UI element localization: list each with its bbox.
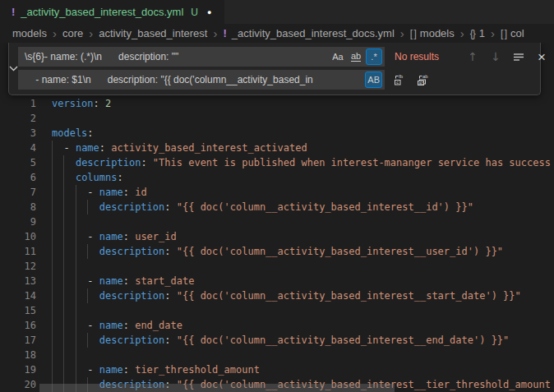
indent-guide — [76, 318, 76, 333]
find-results-status: No results — [395, 51, 459, 62]
arrow-up-icon: ↑ — [468, 50, 478, 63]
code-line: 18 — [0, 348, 554, 362]
code-line: 15 — [0, 303, 554, 318]
line-number[interactable]: 11 — [0, 244, 36, 259]
indent-guide — [63, 303, 64, 318]
match-case-button[interactable]: Aa — [330, 48, 346, 65]
indent-guide — [52, 303, 53, 318]
code-line-content[interactable]: description: "{{ doc('column__activity_b… — [52, 244, 554, 259]
preserve-case-button[interactable]: AB — [365, 71, 382, 88]
tab-active[interactable]: ! _activity_based_interest_docs.yml U ● — [0, 0, 224, 24]
find-widget: \s{6}- name: (.*)\n description: "" Aa a… — [8, 43, 541, 95]
indent-guide — [52, 244, 53, 259]
line-number[interactable]: 15 — [0, 303, 36, 318]
indent-guide — [63, 318, 64, 333]
code-line-content[interactable]: - name: id — [52, 185, 554, 200]
indent-guide — [63, 185, 64, 200]
line-number[interactable]: 18 — [0, 348, 36, 362]
code-line-content[interactable]: description: "{{ doc('column__activity_b… — [52, 288, 554, 303]
replace-all-button[interactable]: ab ac — [413, 71, 431, 89]
code-line: 17 description: "{{ doc('column__activit… — [0, 333, 554, 348]
line-number[interactable]: 12 — [0, 259, 36, 274]
line-number[interactable]: 6 — [0, 170, 36, 185]
line-number[interactable]: 3 — [0, 126, 36, 141]
editor[interactable]: \s{6}- name: (.*)\n description: "" Aa a… — [0, 43, 554, 392]
toggle-replace-button[interactable] — [9, 47, 18, 90]
close-find-button[interactable]: × — [533, 48, 551, 66]
breadcrumb-item-activity-based-interest[interactable]: activity_based_interest — [99, 27, 207, 39]
line-number[interactable]: 2 — [0, 111, 36, 126]
horizontal-scrollbar[interactable] — [39, 384, 395, 392]
indent-guide — [76, 185, 76, 200]
code-line-content[interactable]: description: "{{ doc('column__activity_b… — [52, 333, 554, 348]
line-number[interactable]: 14 — [0, 288, 36, 303]
code-line-content[interactable]: description: "This event is published wh… — [52, 155, 554, 170]
indent-guide — [52, 155, 53, 170]
code-line-content[interactable]: - name: start_date — [52, 274, 554, 288]
code-line: 3models: — [0, 126, 554, 141]
breadcrumb-item-1[interactable]: {}1 — [470, 27, 485, 39]
line-number[interactable]: 1 — [0, 96, 36, 111]
find-input[interactable]: \s{6}- name: (.*)\n description: "" Aa a… — [18, 47, 385, 67]
breadcrumb-item-core[interactable]: core — [62, 27, 83, 39]
line-number[interactable]: 5 — [0, 155, 36, 170]
breadcrumb-item-models[interactable]: models — [12, 27, 47, 39]
indent-guide — [52, 333, 53, 348]
code-line: 8 description: "{{ doc('column__activity… — [0, 200, 554, 214]
breadcrumb-item-col[interactable]: [ ]col — [501, 27, 524, 39]
code-line-content[interactable]: description: "{{ doc('column__activity_b… — [52, 200, 554, 214]
line-number[interactable]: 20 — [0, 377, 36, 392]
chevron-right-icon: › — [491, 27, 495, 39]
indent-guide — [63, 229, 64, 244]
code-line-content[interactable] — [52, 259, 554, 274]
code-line-content[interactable]: columns: — [52, 170, 554, 185]
code-line-content[interactable]: version: 2 — [52, 96, 554, 111]
line-number[interactable]: 8 — [0, 200, 36, 214]
code-line: 19 - name: tier_threshold_amount — [0, 362, 554, 377]
code-line-content[interactable] — [52, 348, 554, 362]
replace-all-icon: ab ac — [415, 73, 429, 86]
next-match-button[interactable]: ↓ — [487, 48, 505, 66]
find-in-selection-button[interactable] — [510, 48, 528, 66]
whole-word-button[interactable]: ab — [348, 48, 364, 65]
code-line-content[interactable] — [52, 214, 554, 229]
code-line-content[interactable]: - name: end_date — [52, 318, 554, 333]
line-number[interactable]: 9 — [0, 214, 36, 229]
replace-button[interactable]: fb c — [390, 71, 408, 89]
code-line: 14 description: "{{ doc('column__activit… — [0, 288, 554, 303]
line-number[interactable]: 10 — [0, 229, 36, 244]
code-line-content[interactable]: - name: user_id — [52, 229, 554, 244]
chevron-right-icon: › — [213, 27, 217, 39]
modified-dot-icon[interactable]: ● — [207, 8, 211, 16]
regex-button[interactable]: .* — [366, 48, 382, 65]
indent-guide — [76, 200, 76, 214]
breadcrumb-label: models — [12, 27, 47, 39]
code-line-content[interactable]: - name: activity_based_interest_activate… — [52, 141, 554, 155]
symbol-array-icon: [ ] — [501, 28, 506, 39]
indent-guide — [52, 170, 53, 185]
code-line: 4 - name: activity_based_interest_activa… — [0, 141, 554, 155]
previous-match-button[interactable]: ↑ — [464, 48, 482, 66]
code-line-content[interactable]: - name: tier_threshold_amount — [52, 362, 554, 377]
line-number[interactable]: 16 — [0, 318, 36, 333]
breadcrumb-label: 1 — [479, 27, 485, 39]
indent-guide — [87, 244, 88, 259]
svg-text:ab: ab — [422, 74, 428, 79]
indent-guide — [63, 214, 64, 229]
code-line-content[interactable] — [52, 111, 554, 126]
line-number[interactable]: 17 — [0, 333, 36, 348]
code-line-content[interactable]: models: — [52, 126, 554, 141]
line-number[interactable]: 19 — [0, 362, 36, 377]
yaml-file-icon: ! — [223, 27, 226, 39]
breadcrumb-item--activity-based-interest-docs-yml[interactable]: !_activity_based_interest_docs.yml — [223, 27, 394, 39]
indent-guide — [76, 348, 76, 362]
line-number[interactable]: 13 — [0, 274, 36, 288]
code-line-content[interactable] — [52, 303, 554, 318]
breadcrumb-item-models[interactable]: [ ]models — [410, 27, 455, 39]
indent-guide — [76, 244, 76, 259]
line-number[interactable]: 4 — [0, 141, 36, 155]
line-number[interactable]: 7 — [0, 185, 36, 200]
indent-guide — [76, 288, 76, 303]
replace-input[interactable]: - name: $1\n description: "{{ doc('colum… — [18, 70, 385, 90]
find-row: \s{6}- name: (.*)\n description: "" Aa a… — [18, 47, 551, 67]
